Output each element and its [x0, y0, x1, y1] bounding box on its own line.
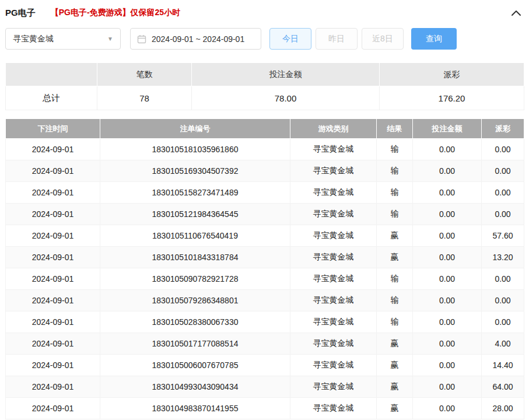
- cell-game-type: 寻宝黄金城: [290, 225, 377, 247]
- cell-result: 赢: [377, 225, 413, 247]
- cell-game-type: 寻宝黄金城: [290, 312, 377, 333]
- cell-order-id: 1830105017177088514: [100, 333, 290, 355]
- cell-order-id: 1830105169304507392: [100, 160, 290, 182]
- summary-table: 笔数 投注金额 派彩 总计 78 78.00 176.20: [5, 62, 524, 110]
- cell-payout: 0.00: [482, 290, 524, 312]
- cell-payout: 0.00: [482, 182, 524, 204]
- chevron-up-icon: [511, 9, 521, 16]
- cell-game-type: 寻宝黄金城: [290, 333, 377, 355]
- cell-bet-amount: 0.00: [413, 376, 482, 398]
- summary-total-row: 总计 78 78.00 176.20: [6, 86, 524, 110]
- bet-records-table: 下注时间 注单编号 游戏类别 结果 投注金额 派彩 2024-09-011830…: [5, 118, 524, 419]
- summary-total-label: 总计: [6, 86, 97, 110]
- cell-result: 输: [377, 139, 413, 160]
- cell-bet-date: 2024-09-01: [6, 312, 100, 333]
- summary-total-count: 78: [97, 86, 192, 110]
- cell-result: 赢: [377, 247, 413, 268]
- cell-order-id: 1830104983870141955: [100, 398, 290, 419]
- cell-bet-date: 2024-09-01: [6, 160, 100, 182]
- last-8-days-button[interactable]: 近8日: [362, 28, 404, 50]
- cell-bet-date: 2024-09-01: [6, 139, 100, 160]
- cell-result: 输: [377, 204, 413, 225]
- cell-game-type: 寻宝黄金城: [290, 182, 377, 204]
- cell-payout: 0.00: [482, 139, 524, 160]
- col-header-order-id: 注单编号: [100, 119, 290, 139]
- cell-result: 赢: [377, 333, 413, 355]
- cell-bet-amount: 0.00: [413, 139, 482, 160]
- col-header-payout: 派彩: [482, 119, 524, 139]
- collapse-panel-button[interactable]: [509, 7, 524, 19]
- cell-bet-amount: 0.00: [413, 268, 482, 290]
- cell-payout: 13.20: [482, 247, 524, 268]
- cell-game-type: 寻宝黄金城: [290, 376, 377, 398]
- cell-result: 赢: [377, 355, 413, 376]
- cell-result: 输: [377, 268, 413, 290]
- summary-header-count: 笔数: [97, 63, 192, 86]
- cell-game-type: 寻宝黄金城: [290, 268, 377, 290]
- cell-order-id: 1830105181035961860: [100, 139, 290, 160]
- cell-game-type: 寻宝黄金城: [290, 398, 377, 419]
- today-button[interactable]: 今日: [269, 28, 311, 50]
- cell-bet-amount: 0.00: [413, 312, 482, 333]
- cell-payout: 4.00: [482, 333, 524, 355]
- quick-date-buttons: 今日 昨日 近8日: [269, 28, 404, 50]
- cell-result: 赢: [377, 376, 413, 398]
- bet-table-header-row: 下注时间 注单编号 游戏类别 结果 投注金额 派彩: [6, 119, 524, 139]
- cell-bet-date: 2024-09-01: [6, 204, 100, 225]
- table-row: 2024-09-011830105181035961860寻宝黄金城输0.000…: [6, 139, 524, 160]
- cell-order-id: 1830105110676540419: [100, 225, 290, 247]
- table-row: 2024-09-011830105028380067330寻宝黄金城输0.000…: [6, 312, 524, 333]
- cell-order-id: 1830104993043090434: [100, 376, 290, 398]
- cell-bet-date: 2024-09-01: [6, 398, 100, 419]
- cell-game-type: 寻宝黄金城: [290, 355, 377, 376]
- cell-payout: 0.00: [482, 312, 524, 333]
- col-header-result: 结果: [377, 119, 413, 139]
- cell-order-id: 1830105028380067330: [100, 312, 290, 333]
- cell-payout: 0.00: [482, 204, 524, 225]
- panel-header: PG电子 【PG电子-免费游戏】仅保留25小时: [5, 0, 524, 26]
- provider-title: PG电子: [5, 8, 36, 19]
- cell-payout: 64.00: [482, 376, 524, 398]
- bet-table-body: 2024-09-011830105181035961860寻宝黄金城输0.000…: [6, 139, 524, 419]
- calendar-icon: [137, 34, 146, 44]
- date-range-input[interactable]: 2024-09-01 ~ 2024-09-01: [130, 28, 261, 50]
- summary-header-row: 笔数 投注金额 派彩: [6, 63, 524, 86]
- cell-bet-date: 2024-09-01: [6, 355, 100, 376]
- cell-result: 输: [377, 182, 413, 204]
- cell-result: 输: [377, 312, 413, 333]
- cell-result: 输: [377, 290, 413, 312]
- cell-bet-date: 2024-09-01: [6, 376, 100, 398]
- cell-bet-date: 2024-09-01: [6, 182, 100, 204]
- table-row: 2024-09-011830104983870141955寻宝黄金城赢0.002…: [6, 398, 524, 419]
- table-row: 2024-09-011830105090782921728寻宝黄金城输0.000…: [6, 268, 524, 290]
- cell-bet-amount: 0.00: [413, 333, 482, 355]
- cell-order-id: 1830105090782921728: [100, 268, 290, 290]
- chevron-down-icon: ▼: [107, 36, 113, 42]
- col-header-bet-amount: 投注金额: [413, 119, 482, 139]
- game-select-value: 寻宝黄金城: [13, 34, 54, 44]
- summary-header-payout: 派彩: [380, 63, 524, 86]
- table-row: 2024-09-011830104993043090434寻宝黄金城赢0.006…: [6, 376, 524, 398]
- filter-bar: 寻宝黄金城 ▼ 2024-09-01 ~ 2024-09-01 今日 昨日 近8…: [5, 28, 524, 50]
- cell-bet-date: 2024-09-01: [6, 333, 100, 355]
- col-header-game-type: 游戏类别: [290, 119, 377, 139]
- cell-payout: 0.00: [482, 160, 524, 182]
- table-row: 2024-09-011830105017177088514寻宝黄金城赢0.004…: [6, 333, 524, 355]
- cell-payout: 14.40: [482, 355, 524, 376]
- cell-bet-date: 2024-09-01: [6, 247, 100, 268]
- summary-total-bet-amount: 78.00: [192, 86, 380, 110]
- game-select[interactable]: 寻宝黄金城 ▼: [5, 28, 121, 50]
- search-button[interactable]: 查询: [411, 28, 457, 50]
- yesterday-button[interactable]: 昨日: [316, 28, 358, 50]
- summary-header-bet-amount: 投注金额: [192, 63, 380, 86]
- cell-payout: 57.60: [482, 225, 524, 247]
- cell-bet-date: 2024-09-01: [6, 268, 100, 290]
- cell-game-type: 寻宝黄金城: [290, 139, 377, 160]
- cell-game-type: 寻宝黄金城: [290, 247, 377, 268]
- table-row: 2024-09-011830105158273471489寻宝黄金城输0.000…: [6, 182, 524, 204]
- cell-bet-amount: 0.00: [413, 398, 482, 419]
- cell-game-type: 寻宝黄金城: [290, 290, 377, 312]
- cell-payout: 28.00: [482, 398, 524, 419]
- table-row: 2024-09-011830105006007670785寻宝黄金城赢0.001…: [6, 355, 524, 376]
- cell-bet-amount: 0.00: [413, 225, 482, 247]
